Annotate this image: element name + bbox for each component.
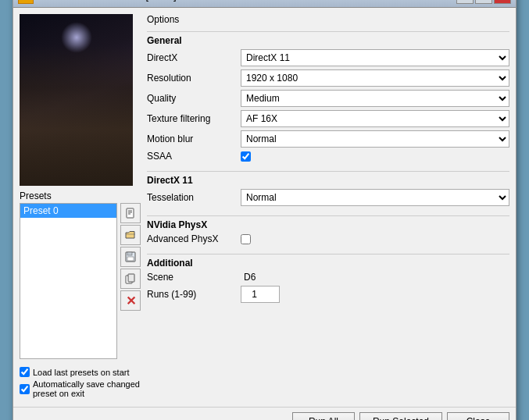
presets-list[interactable]: Preset 0 [20, 203, 117, 359]
scene-label: Scene [147, 272, 241, 283]
presets-section: Presets Preset 0 [20, 190, 141, 359]
motion-blur-row: Motion blur Off Normal High [147, 130, 509, 148]
tesselation-label: Tesselation [147, 192, 241, 203]
nvidia-label: NVidia PhysX [147, 219, 509, 230]
ssaa-checkbox[interactable] [241, 151, 251, 162]
scene-row: Scene D6 [147, 272, 509, 283]
texture-filtering-label: Texture filtering [147, 113, 241, 124]
open-preset-button[interactable] [120, 225, 141, 245]
motion-blur-select[interactable]: Off Normal High [241, 130, 509, 148]
directx-label: DirectX [147, 52, 241, 63]
minimize-button[interactable]: — [456, 0, 474, 4]
load-last-checkbox[interactable] [20, 367, 30, 377]
window-title: METRO LL Benchmark [v2.00] [38, 0, 177, 2]
resolution-label: Resolution [147, 73, 241, 84]
svg-rect-8 [128, 274, 134, 282]
directx-select[interactable]: DirectX 9 DirectX 10 DirectX 11 [241, 49, 509, 66]
load-last-label: Load last presets on start [33, 368, 130, 377]
auto-save-label: Automatically save changed preset on exi… [33, 379, 141, 398]
auto-save-row: Automatically save changed preset on exi… [20, 379, 141, 398]
dx11-section: DirectX 11 Tesselation Off Normal High V… [147, 171, 509, 209]
advanced-physx-label: Advanced PhysX [147, 233, 241, 244]
options-top-label: Options [147, 14, 509, 25]
quality-row: Quality Low Medium High Ultra [147, 90, 509, 107]
runs-row: Runs (1-99) [147, 286, 509, 303]
auto-save-checkbox[interactable] [20, 384, 30, 394]
general-section: General DirectX DirectX 9 DirectX 10 Dir… [147, 31, 509, 165]
checkboxes-area: Load last presets on start Automatically… [20, 367, 141, 400]
app-icon: M [18, 0, 34, 4]
character-image-container [20, 14, 133, 186]
quality-select[interactable]: Low Medium High Ultra [241, 90, 509, 107]
run-all-button[interactable]: Run All [292, 412, 355, 420]
presets-list-area: Presets Preset 0 [20, 190, 117, 359]
save-preset-button[interactable] [120, 247, 141, 267]
texture-filtering-row: Texture filtering Bilinear Trilinear AF … [147, 110, 509, 127]
presets-label: Presets [20, 190, 117, 201]
resolution-select[interactable]: 800 x 600 1024 x 768 1280 x 720 1920 x 1… [241, 69, 509, 87]
scene-value: D6 [244, 272, 256, 283]
advanced-physx-row: Advanced PhysX [147, 233, 509, 244]
new-preset-button[interactable] [120, 203, 141, 223]
close-window-button[interactable]: Close [447, 412, 509, 420]
additional-section: Additional Scene D6 Runs (1-99) [147, 254, 509, 306]
tesselation-select[interactable]: Off Normal High Very High Extreme [241, 189, 509, 206]
quality-label: Quality [147, 93, 241, 104]
svg-rect-6 [127, 257, 134, 261]
runs-input[interactable] [241, 286, 280, 303]
titlebar-left: M METRO LL Benchmark [v2.00] [18, 0, 177, 4]
nvidia-section: NVidia PhysX Advanced PhysX [147, 215, 509, 247]
svg-rect-0 [127, 208, 134, 218]
load-last-row: Load last presets on start [20, 367, 141, 377]
runs-label: Runs (1-99) [147, 289, 241, 300]
general-label: General [147, 35, 509, 46]
maximize-button[interactable]: □ [475, 0, 492, 4]
character-image [20, 14, 133, 186]
ssaa-label: SSAA [147, 151, 241, 162]
main-content: Presets Preset 0 [13, 8, 516, 407]
ssaa-checkbox-row [241, 151, 251, 162]
directx-row: DirectX DirectX 9 DirectX 10 DirectX 11 [147, 49, 509, 66]
resolution-row: Resolution 800 x 600 1024 x 768 1280 x 7… [147, 69, 509, 87]
right-panel: Options General DirectX DirectX 9 Direct… [147, 14, 509, 400]
titlebar: M METRO LL Benchmark [v2.00] — □ ✕ [13, 0, 516, 8]
main-window: M METRO LL Benchmark [v2.00] — □ ✕ Prese… [13, 0, 516, 420]
texture-filtering-select[interactable]: Bilinear Trilinear AF 4X AF 8X AF 16X [241, 110, 509, 127]
ssaa-row: SSAA [147, 151, 509, 162]
delete-preset-button[interactable]: ✕ [120, 290, 141, 311]
titlebar-controls: — □ ✕ [456, 0, 511, 4]
svg-rect-5 [127, 252, 132, 255]
tesselation-row: Tesselation Off Normal High Very High Ex… [147, 189, 509, 206]
additional-label: Additional [147, 258, 509, 269]
bottom-bar: Run All Run Selected Close [13, 407, 516, 420]
advanced-physx-checkbox[interactable] [241, 234, 251, 244]
close-button[interactable]: ✕ [494, 0, 511, 4]
presets-buttons: ✕ [120, 190, 141, 359]
copy-preset-button[interactable] [120, 269, 141, 289]
left-panel: Presets Preset 0 [20, 14, 141, 400]
dx11-label: DirectX 11 [147, 175, 509, 186]
motion-blur-label: Motion blur [147, 133, 241, 144]
preset-item[interactable]: Preset 0 [20, 204, 116, 218]
run-selected-button[interactable]: Run Selected [359, 412, 442, 420]
